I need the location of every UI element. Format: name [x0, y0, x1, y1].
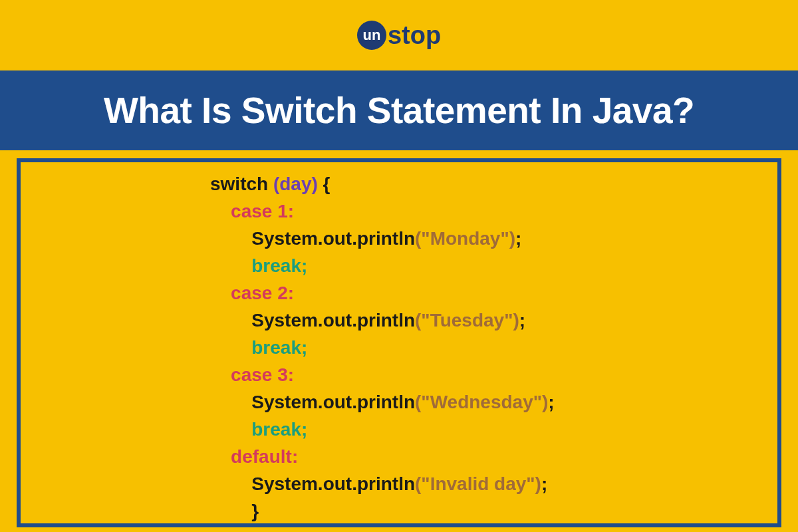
- code-token: ("Monday"): [415, 228, 515, 249]
- code-line: break;: [210, 334, 777, 361]
- code-token: case 3:: [210, 364, 294, 385]
- code-line: break;: [210, 252, 777, 279]
- code-token: (day): [273, 174, 318, 194]
- code-line: System.out.println("Wednesday");: [210, 388, 777, 416]
- code-line: case 1:: [210, 198, 777, 225]
- code-panel: switch (day) { case 1: System.out.printl…: [17, 158, 781, 527]
- code-line: case 2:: [210, 279, 777, 307]
- brand-logo: un stop: [357, 21, 441, 50]
- code-token: case 2:: [210, 283, 294, 303]
- code-token: break;: [210, 419, 307, 440]
- code-token: ;: [541, 473, 547, 494]
- code-line: default:: [210, 443, 777, 470]
- code-token: System.out.println: [210, 228, 415, 249]
- code-token: ;: [548, 392, 554, 412]
- code-token: ;: [515, 228, 521, 249]
- code-line: }: [210, 497, 777, 525]
- code-token: default:: [210, 446, 298, 467]
- code-line: System.out.println("Tuesday");: [210, 307, 777, 334]
- code-line: System.out.println("Monday");: [210, 225, 777, 252]
- code-token: System.out.println: [210, 310, 415, 331]
- code-token: }: [210, 501, 259, 521]
- code-line: switch (day) {: [210, 170, 777, 198]
- page-title: What Is Switch Statement In Java?: [104, 89, 694, 132]
- code-line: case 3:: [210, 361, 777, 388]
- code-token: ("Invalid day"): [415, 473, 541, 494]
- code-token: ("Tuesday"): [415, 310, 519, 331]
- code-line: break;: [210, 416, 777, 443]
- code-token: {: [318, 174, 331, 194]
- code-token: ("Wednesday"): [415, 392, 548, 412]
- code-token: switch: [210, 174, 273, 194]
- logo-circle-text: un: [362, 27, 380, 44]
- code-token: System.out.println: [210, 392, 415, 412]
- logo-suffix: stop: [388, 21, 441, 50]
- logo-circle-icon: un: [357, 21, 386, 50]
- code-token: case 1:: [210, 201, 294, 221]
- code-token: break;: [210, 337, 307, 358]
- code-line: System.out.println("Invalid day");: [210, 470, 777, 497]
- code-token: break;: [210, 255, 307, 276]
- code-block: switch (day) { case 1: System.out.printl…: [210, 170, 777, 525]
- code-token: ;: [519, 310, 525, 331]
- header: un stop: [0, 0, 798, 70]
- code-token: System.out.println: [210, 473, 415, 494]
- title-bar: What Is Switch Statement In Java?: [0, 70, 798, 150]
